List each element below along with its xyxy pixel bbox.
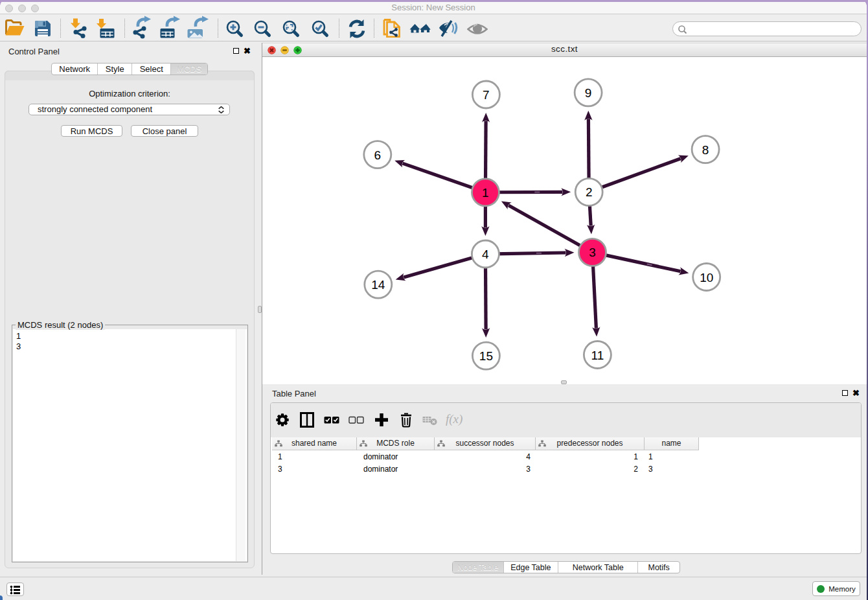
svg-text:7: 7: [483, 88, 490, 102]
svg-text:10: 10: [700, 271, 713, 284]
svg-text:9: 9: [585, 86, 592, 100]
svg-text:4: 4: [482, 248, 489, 261]
svg-text:2: 2: [586, 185, 593, 199]
svg-text:14: 14: [371, 278, 385, 292]
svg-text:6: 6: [374, 148, 382, 162]
svg-text:8: 8: [702, 143, 709, 157]
svg-text:1: 1: [482, 186, 489, 200]
svg-text:3: 3: [589, 246, 596, 259]
svg-text:11: 11: [591, 349, 604, 362]
svg-text:15: 15: [479, 349, 493, 363]
